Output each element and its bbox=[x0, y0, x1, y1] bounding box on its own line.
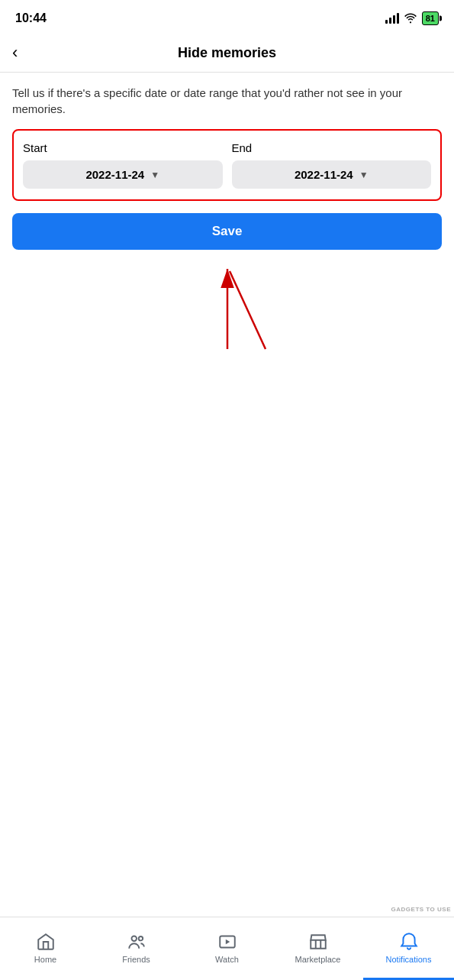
wifi-icon bbox=[404, 13, 417, 24]
page-header: ‹ Hide memories bbox=[0, 34, 454, 73]
battery-icon: 81 bbox=[422, 11, 439, 25]
start-chevron-icon: ▼ bbox=[150, 170, 159, 180]
friends-icon bbox=[127, 932, 147, 952]
end-date-picker[interactable]: 2022-11-24 ▼ bbox=[232, 160, 432, 189]
nav-item-notifications[interactable]: Notifications bbox=[363, 917, 454, 972]
date-row: Start 2022-11-24 ▼ End 2022-11-24 ▼ bbox=[23, 141, 431, 189]
start-label: Start bbox=[23, 141, 223, 154]
back-button[interactable]: ‹ bbox=[12, 40, 24, 66]
arrow-svg bbox=[166, 257, 288, 357]
nav-label-marketplace: Marketplace bbox=[295, 955, 341, 964]
status-icons: 81 bbox=[385, 11, 439, 25]
status-bar: 10:44 81 bbox=[0, 0, 454, 34]
svg-point-3 bbox=[131, 936, 137, 941]
end-label: End bbox=[232, 141, 432, 154]
svg-marker-6 bbox=[225, 940, 229, 945]
page-title: Hide memories bbox=[178, 45, 276, 61]
notifications-icon bbox=[399, 932, 419, 952]
status-time: 10:44 bbox=[15, 11, 47, 25]
svg-line-2 bbox=[230, 271, 266, 349]
date-range-box: Start 2022-11-24 ▼ End 2022-11-24 ▼ bbox=[12, 129, 442, 201]
nav-item-friends[interactable]: Friends bbox=[91, 917, 182, 972]
end-date-value: 2022-11-24 bbox=[295, 168, 353, 181]
nav-label-home: Home bbox=[34, 955, 56, 964]
main-content: Tell us if there's a specific date or da… bbox=[0, 73, 454, 357]
nav-label-watch: Watch bbox=[215, 955, 239, 964]
svg-point-4 bbox=[138, 936, 142, 940]
description-text: Tell us if there's a specific date or da… bbox=[12, 85, 442, 117]
bottom-nav: Home Friends Watch Marketplace bbox=[0, 917, 454, 980]
nav-label-notifications: Notifications bbox=[386, 955, 432, 964]
end-date-col: End 2022-11-24 ▼ bbox=[232, 141, 432, 189]
marketplace-icon bbox=[308, 932, 328, 952]
watch-icon bbox=[217, 932, 237, 952]
start-date-col: Start 2022-11-24 ▼ bbox=[23, 141, 223, 189]
save-button[interactable]: Save bbox=[12, 213, 442, 250]
end-chevron-icon: ▼ bbox=[359, 170, 369, 180]
home-icon bbox=[36, 932, 56, 952]
signal-icon bbox=[385, 13, 399, 24]
arrow-annotation bbox=[12, 250, 442, 357]
start-date-picker[interactable]: 2022-11-24 ▼ bbox=[23, 160, 223, 189]
nav-item-home[interactable]: Home bbox=[0, 917, 91, 972]
start-date-value: 2022-11-24 bbox=[85, 168, 144, 181]
watermark: GADGETS TO USE bbox=[391, 906, 451, 913]
nav-item-marketplace[interactable]: Marketplace bbox=[272, 917, 363, 972]
nav-label-friends: Friends bbox=[122, 955, 150, 964]
nav-item-watch[interactable]: Watch bbox=[182, 917, 272, 972]
